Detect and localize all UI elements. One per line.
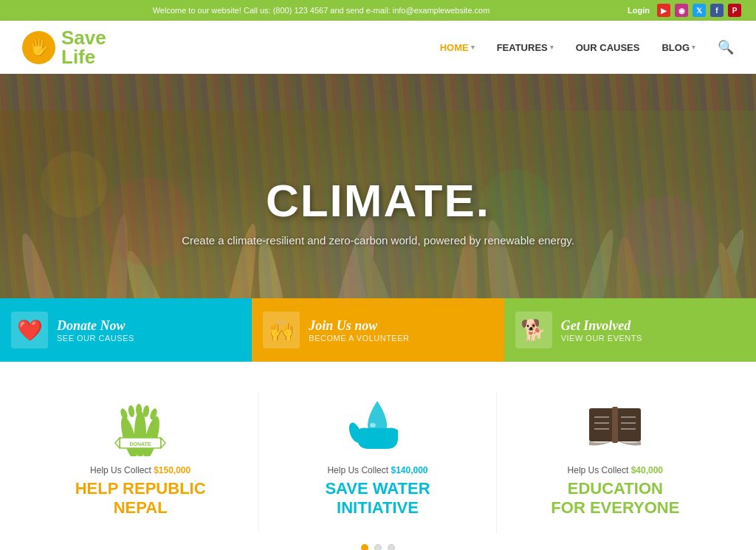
svg-point-24	[136, 404, 142, 416]
pinterest-icon[interactable]: P	[728, 4, 741, 17]
top-bar: Welcome to our website! Call us: (800) 1…	[0, 0, 756, 21]
svg-rect-33	[589, 408, 614, 441]
logo-text: Save Life	[61, 28, 106, 66]
causes-grid: DONATE Help Us Collect $150,000 HELP REP…	[22, 391, 734, 533]
water-hand-icon	[346, 397, 409, 453]
instagram-icon[interactable]: ◉	[675, 4, 688, 17]
top-bar-message: Welcome to our website! Call us: (800) 1…	[15, 6, 628, 15]
hero-section: CLIMATE. Create a climate-resilient and …	[0, 74, 756, 362]
logo-icon: 🖐	[22, 31, 55, 64]
logo[interactable]: 🖐 Save Life	[22, 28, 106, 66]
header: 🖐 Save Life HOME ▾ FEATURES ▾ OUR CAUSES…	[0, 21, 756, 74]
cause-item-nepal: DONATE Help Us Collect $150,000 HELP REP…	[22, 391, 259, 533]
education-collect-label: Help Us Collect $40,000	[519, 465, 712, 475]
dot-1[interactable]	[361, 544, 368, 550]
dot-3[interactable]	[388, 544, 395, 550]
nepal-cause-title: HELP REPUBLIC NEPAL	[44, 479, 236, 518]
youtube-icon[interactable]: ▶	[657, 4, 670, 17]
hero-content: CLIMATE. Create a climate-resilient and …	[167, 174, 589, 247]
search-button[interactable]: 🔍	[718, 39, 734, 55]
education-cause-title: EDUCATION FOR EVERYONE	[519, 479, 712, 518]
involved-text: Get Involved View our events	[561, 318, 642, 343]
nav-item-features[interactable]: FEATURES ▾	[497, 42, 554, 53]
svg-rect-35	[612, 407, 618, 443]
login-link[interactable]: Login	[628, 6, 650, 15]
main-nav: HOME ▾ FEATURES ▾ OUR CAUSES BLOG ▾ 🔍	[440, 39, 734, 55]
donate-icon: ❤️	[11, 312, 48, 348]
carousel-dots	[22, 533, 734, 550]
water-icon-wrap	[281, 391, 473, 458]
twitter-icon[interactable]: 𝕏	[693, 4, 706, 17]
svg-point-23	[128, 405, 135, 417]
hero-subtitle: Create a climate-resilient and zero-carb…	[182, 234, 574, 247]
facebook-icon[interactable]: f	[710, 4, 724, 17]
svg-marker-30	[161, 438, 165, 448]
book-icon	[585, 401, 645, 449]
dot-2[interactable]	[374, 544, 382, 550]
causes-section: DONATE Help Us Collect $150,000 HELP REP…	[0, 362, 756, 550]
svg-rect-34	[616, 408, 641, 441]
involved-icon: 🐕	[515, 312, 552, 348]
svg-marker-29	[115, 438, 120, 448]
svg-point-32	[370, 423, 376, 427]
svg-point-22	[120, 408, 129, 421]
join-us-button[interactable]: 🙌 Join Us now become a volunteer	[252, 298, 504, 362]
features-arrow-icon: ▾	[550, 44, 554, 51]
svg-text:DONATE: DONATE	[130, 441, 151, 447]
donate-now-button[interactable]: ❤️ Donate Now see our causes	[0, 298, 252, 362]
donate-text: Donate Now see our causes	[57, 318, 134, 343]
nav-item-causes[interactable]: OUR CAUSES	[576, 42, 640, 53]
cta-row: ❤️ Donate Now see our causes 🙌 Join Us n…	[0, 298, 756, 362]
nepal-collect-label: Help Us Collect $150,000	[44, 465, 236, 475]
nav-item-blog[interactable]: BLOG ▾	[662, 42, 695, 53]
nav-item-home[interactable]: HOME ▾	[440, 42, 475, 53]
water-collect-label: Help Us Collect $140,000	[281, 465, 473, 475]
water-cause-title: SAVE WATER INITIATIVE	[281, 479, 473, 518]
education-icon-wrap	[519, 391, 712, 458]
top-bar-right: Login ▶ ◉ 𝕏 f P	[628, 4, 741, 17]
blog-arrow-icon: ▾	[692, 44, 695, 51]
nepal-icon-wrap: DONATE	[44, 391, 236, 458]
social-icons: ▶ ◉ 𝕏 f P	[657, 4, 741, 17]
join-icon: 🙌	[263, 312, 300, 348]
home-arrow-icon: ▾	[471, 44, 475, 51]
join-text: Join Us now become a volunteer	[309, 318, 409, 343]
cause-item-education: Help Us Collect $40,000 EDUCATION FOR EV…	[497, 391, 734, 533]
cause-item-water: Help Us Collect $140,000 SAVE WATER INIT…	[259, 391, 496, 533]
donate-hands-icon: DONATE	[111, 393, 170, 456]
get-involved-button[interactable]: 🐕 Get Involved View our events	[504, 298, 756, 362]
hero-title: CLIMATE.	[182, 174, 574, 227]
